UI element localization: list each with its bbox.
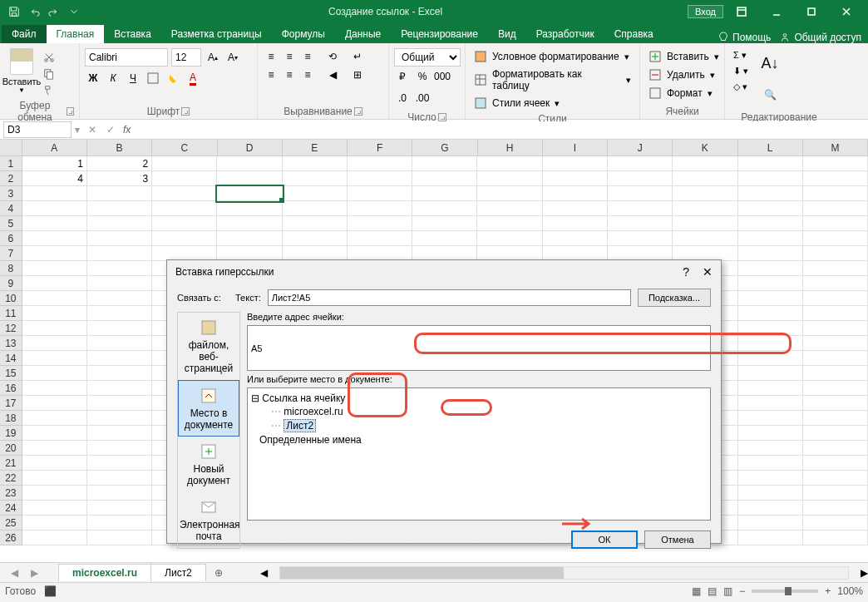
sheet-nav-prev-icon[interactable]: ◀	[5, 564, 23, 582]
cell-M25[interactable]	[803, 516, 868, 530]
cell-B8[interactable]	[87, 261, 152, 276]
cell-B18[interactable]	[87, 411, 152, 426]
cell-ref-input[interactable]	[247, 325, 711, 371]
cell-G2[interactable]	[412, 171, 477, 186]
cell-J4[interactable]	[608, 201, 673, 216]
cell-B23[interactable]	[87, 486, 152, 501]
paste-button[interactable]: Вставить ▼	[5, 45, 38, 94]
dialog-close-icon[interactable]: ✕	[703, 265, 713, 279]
cell-C1[interactable]	[152, 156, 217, 171]
row-header-25[interactable]: 25	[0, 516, 22, 530]
col-header-G[interactable]: G	[412, 140, 477, 156]
row-header-19[interactable]: 19	[0, 426, 22, 441]
zoom-slider[interactable]	[752, 590, 818, 593]
tab-developer[interactable]: Разработчик	[526, 25, 604, 43]
col-header-E[interactable]: E	[283, 140, 348, 156]
cell-M8[interactable]	[803, 261, 868, 276]
copy-icon[interactable]	[42, 67, 57, 81]
maximize-icon[interactable]	[795, 2, 828, 22]
cell-A18[interactable]	[22, 411, 87, 426]
view-normal-icon[interactable]: ▦	[692, 585, 701, 597]
align-center-icon[interactable]: ≡	[281, 67, 298, 83]
cell-M23[interactable]	[803, 486, 868, 501]
cell-H2[interactable]	[477, 171, 542, 186]
row-header-16[interactable]: 16	[0, 381, 22, 396]
col-header-A[interactable]: A	[22, 140, 87, 156]
cell-A17[interactable]	[22, 396, 87, 411]
cell-M13[interactable]	[803, 336, 868, 351]
cell-C5[interactable]	[152, 216, 217, 231]
cell-A23[interactable]	[22, 486, 87, 501]
alignment-dialog-launcher[interactable]	[354, 107, 362, 116]
cell-A19[interactable]	[22, 426, 87, 441]
row-header-11[interactable]: 11	[0, 306, 22, 321]
cell-styles-button[interactable]: Стили ячеек ▾	[471, 95, 634, 111]
cell-L7[interactable]	[738, 246, 803, 261]
cell-L17[interactable]	[738, 396, 803, 411]
row-header-22[interactable]: 22	[0, 471, 22, 486]
row-header-4[interactable]: 4	[0, 201, 22, 216]
cell-E4[interactable]	[283, 201, 348, 216]
cell-M10[interactable]	[803, 291, 868, 306]
cell-M12[interactable]	[803, 321, 868, 336]
row-header-2[interactable]: 2	[0, 171, 22, 186]
col-header-L[interactable]: L	[738, 140, 803, 156]
zoom-out-button[interactable]: −	[739, 585, 745, 597]
cell-B26[interactable]	[87, 530, 152, 545]
cell-K4[interactable]	[673, 201, 737, 216]
align-left-icon[interactable]: ≡	[263, 67, 279, 83]
cell-H1[interactable]	[477, 156, 542, 171]
link-opt-file[interactable]: файлом, веб-страницей	[178, 313, 239, 380]
percent-format-icon[interactable]: %	[414, 68, 431, 85]
comma-format-icon[interactable]: 000	[434, 68, 451, 85]
zoom-in-button[interactable]: +	[825, 585, 831, 597]
cell-K6[interactable]	[673, 231, 737, 246]
delete-cells-button[interactable]: Удалить ▾	[645, 67, 723, 83]
cell-A15[interactable]	[22, 366, 87, 381]
cell-L14[interactable]	[738, 351, 803, 366]
cell-A10[interactable]	[22, 291, 87, 306]
decrease-decimal-icon[interactable]: .00	[414, 90, 431, 106]
cancel-formula-icon[interactable]: ✕	[83, 121, 101, 139]
cell-I4[interactable]	[543, 201, 608, 216]
row-header-8[interactable]: 8	[0, 261, 22, 276]
name-box[interactable]	[3, 121, 72, 138]
cell-L8[interactable]	[738, 261, 803, 276]
horizontal-scrollbar[interactable]: ◀▶	[260, 566, 868, 580]
col-header-H[interactable]: H	[478, 140, 543, 156]
cell-B7[interactable]	[87, 246, 152, 261]
row-header-10[interactable]: 10	[0, 291, 22, 306]
cell-M1[interactable]	[803, 156, 868, 171]
decrease-font-icon[interactable]: A▾	[224, 49, 241, 66]
cut-icon[interactable]	[42, 50, 57, 65]
cell-G1[interactable]	[412, 156, 477, 171]
row-header-24[interactable]: 24	[0, 501, 22, 516]
cell-B20[interactable]	[87, 441, 152, 456]
cell-D6[interactable]	[217, 231, 282, 246]
row-header-17[interactable]: 17	[0, 396, 22, 411]
cell-C2[interactable]	[152, 171, 217, 186]
ribbon-display-icon[interactable]	[725, 2, 758, 22]
cell-K1[interactable]	[673, 156, 737, 171]
cell-L1[interactable]	[738, 156, 803, 171]
cell-B2[interactable]: 3	[87, 171, 152, 186]
row-header-26[interactable]: 26	[0, 530, 22, 545]
cell-L18[interactable]	[738, 411, 803, 426]
merge-icon[interactable]: ⊞	[349, 67, 366, 83]
tab-help[interactable]: Справка	[604, 25, 663, 43]
cell-A21[interactable]	[22, 456, 87, 471]
orientation-icon[interactable]: ⟲	[324, 48, 341, 65]
cell-B15[interactable]	[87, 366, 152, 381]
ok-button[interactable]: ОК	[571, 530, 638, 549]
cell-G5[interactable]	[412, 216, 477, 231]
cell-B5[interactable]	[87, 216, 152, 231]
cell-A26[interactable]	[22, 530, 87, 545]
tab-review[interactable]: Рецензирование	[391, 25, 488, 43]
signin-button[interactable]: Вход	[688, 5, 723, 18]
cell-L5[interactable]	[738, 216, 803, 231]
cell-M16[interactable]	[803, 381, 868, 396]
row-header-12[interactable]: 12	[0, 321, 22, 336]
row-header-13[interactable]: 13	[0, 336, 22, 351]
cell-B22[interactable]	[87, 471, 152, 486]
insert-cells-button[interactable]: Вставить ▾	[645, 48, 723, 65]
